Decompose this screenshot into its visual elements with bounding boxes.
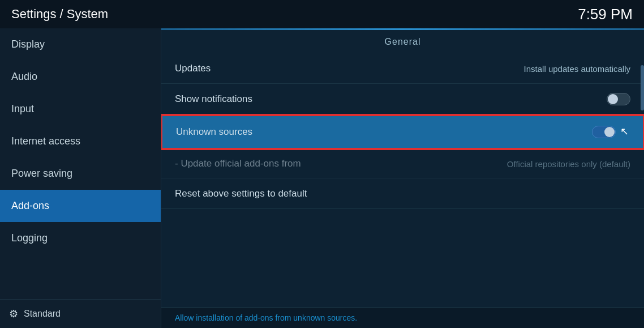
settings-wrapper: Updates Install updates automatically Sh… (161, 54, 644, 307)
setting-row-reset-settings[interactable]: Reset above settings to default (161, 179, 644, 209)
sidebar-item-power-saving[interactable]: Power saving (0, 157, 161, 190)
setting-label-updates: Updates (175, 63, 211, 74)
scrollbar-thumb[interactable] (641, 65, 644, 110)
sidebar-item-logging[interactable]: Logging (0, 222, 161, 254)
toggle-unknown-sources[interactable] (592, 126, 616, 138)
section-label: General (161, 30, 644, 54)
setting-value-update-add-ons: Official repositories only (default) (507, 159, 630, 169)
sidebar-footer: ⚙ Standard (0, 299, 161, 328)
content-footer: Allow installation of add-ons from unkno… (161, 307, 644, 328)
setting-label-unknown-sources: Unknown sources (176, 126, 252, 138)
page-title: Settings / System (11, 7, 108, 22)
setting-row-show-notifications[interactable]: Show notifications (161, 84, 644, 115)
main-layout: Display Audio Input Internet access Powe… (0, 28, 644, 328)
content-area: General Updates Install updates automati… (161, 28, 644, 328)
setting-row-unknown-sources[interactable]: Unknown sources ↖ (161, 115, 644, 149)
setting-value-updates: Install updates automatically (524, 64, 630, 74)
header: Settings / System 7:59 PM (0, 0, 644, 28)
setting-label-update-add-ons: - Update official add-ons from (175, 158, 301, 169)
sidebar-item-add-ons[interactable]: Add-ons (0, 190, 161, 222)
clock: 7:59 PM (578, 6, 633, 23)
cursor-icon: ↖ (620, 125, 629, 139)
gear-icon: ⚙ (9, 308, 18, 320)
setting-row-update-add-ons[interactable]: - Update official add-ons from Official … (161, 149, 644, 179)
settings-list: Updates Install updates automatically Sh… (161, 54, 644, 307)
setting-label-reset-settings: Reset above settings to default (175, 188, 307, 199)
sidebar-item-audio[interactable]: Audio (0, 61, 161, 93)
profile-label: Standard (24, 309, 61, 319)
sidebar-item-display[interactable]: Display (0, 28, 161, 61)
sidebar-item-internet-access[interactable]: Internet access (0, 125, 161, 157)
setting-label-show-notifications: Show notifications (175, 93, 252, 105)
setting-row-updates[interactable]: Updates Install updates automatically (161, 54, 644, 84)
footer-text: Allow installation of add-ons from unkno… (175, 313, 357, 322)
toggle-show-notifications[interactable] (607, 93, 630, 105)
sidebar-item-input[interactable]: Input (0, 93, 161, 125)
toggle-knob-unknown-sources (604, 127, 615, 137)
sidebar: Display Audio Input Internet access Powe… (0, 28, 161, 328)
toggle-knob-show-notifications (608, 94, 618, 104)
